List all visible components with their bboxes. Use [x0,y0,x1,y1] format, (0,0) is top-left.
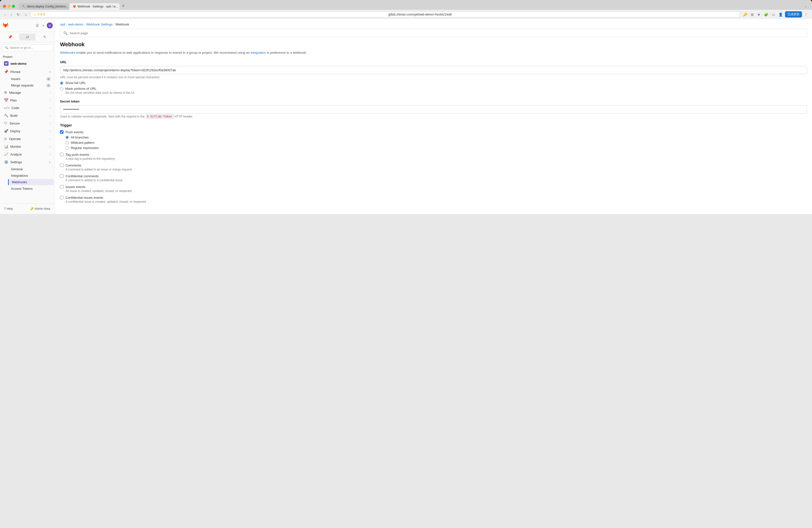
breadcrumb-webhook-settings[interactable]: Webhook Settings [86,23,113,26]
tag-push-events-label[interactable]: Tag push events [66,153,89,157]
sidebar-item-merge-requests[interactable]: Merge requests 0 [8,82,54,88]
wildcard-pattern-label[interactable]: Wildcard pattern [71,141,95,145]
confidential-comments-item: Confidential comments A comment is added… [60,174,807,182]
main-content: opit / web-demo / Webhook Settings / Web… [55,19,812,214]
tab-webhook[interactable]: 🦊 Webhook · Settings · opit / w... ✕ [70,3,119,10]
new-tab-button[interactable]: + [120,2,127,10]
sidebar-btn[interactable]: ▭ [770,12,776,17]
sidebar-item-webhooks[interactable]: Webhooks [8,179,54,185]
minimize-window-btn[interactable] [8,5,11,8]
confidential-issues-label[interactable]: Confidential issues events [66,196,103,200]
regular-expression-label[interactable]: Regular expression [71,146,99,150]
all-branches-label[interactable]: All branches [71,135,89,139]
breadcrumb-sep2: / [84,23,85,26]
sidebar-item-access-tokens[interactable]: Access Tokens [8,186,54,192]
help-button[interactable]: ? Help [2,205,27,212]
home-button[interactable]: ⌂ [23,12,28,17]
plan-icon: 📅 [4,98,8,102]
mask-portions-radio[interactable] [60,87,63,90]
gitlab-logo [2,21,9,29]
extensions-btn[interactable]: 🧩 [763,12,769,17]
show-full-label[interactable]: Show full URL [65,81,86,85]
comments-checkbox[interactable] [60,163,63,167]
issues-events-checkbox[interactable] [60,185,63,189]
sidebar-item-integrations[interactable]: Integrations [8,173,54,179]
url-input[interactable] [60,66,807,74]
push-events-checkbox[interactable] [60,130,63,134]
reload-button[interactable]: ↻ [15,12,21,17]
confidential-comments-checkbox[interactable] [60,174,63,178]
tag-push-events-checkbox[interactable] [60,153,63,156]
sidebar-item-secure[interactable]: 🛡 Secure › [1,119,54,127]
regular-expression-radio[interactable] [66,146,69,149]
integration-link[interactable]: integration [251,51,266,55]
tab-expand-button[interactable]: ⌄ [802,3,809,9]
sidebar-footer: ? Help 🔑 Admin Area [0,203,55,214]
translate-btn[interactable]: ⊞ [750,12,755,17]
sidebar-item-project[interactable]: W web-demo [1,59,54,68]
sidebar-item-build[interactable]: 🔨 Build › [1,112,54,119]
admin-area-button[interactable]: 🔑 Admin Area [28,205,53,212]
sidebar-item-manage[interactable]: ⚙ Manage › [1,89,54,96]
code-icon: </> [4,106,10,110]
sidebar-search[interactable]: 🔍 Search or go to... [2,44,53,51]
sidebar-item-general[interactable]: General [8,166,54,172]
user-avatar[interactable]: U [47,23,53,29]
sidebar-menu-btn[interactable]: ☰ [34,23,40,29]
search-page-bar[interactable]: 🔍 [60,29,807,37]
breadcrumb-web-demo[interactable]: web-demo [68,23,84,26]
sidebar-item-plan[interactable]: 📅 Plan › [1,97,54,104]
back-button[interactable]: ‹ [3,12,7,17]
webhooks-link[interactable]: Webhooks [60,51,75,55]
sidebar-item-monitor[interactable]: 📊 Monitor › [1,143,54,150]
search-page-input[interactable] [70,31,804,35]
tab-jenkins[interactable]: 🔧 demo-deploy Config [Jenkins... ✕ [19,3,69,10]
sidebar-item-settings[interactable]: ⚙️ Settings ∨ [1,158,54,166]
mask-portions-label[interactable]: Mask portions of URL [65,87,97,90]
forward-button[interactable]: › [9,12,14,17]
bookmark-btn[interactable]: ★ [756,12,762,17]
sidebar-item-pinned[interactable]: 📌 Pinned ∨ [1,68,54,75]
menu-btn[interactable]: ⋮ [803,12,809,17]
profile-btn[interactable]: 👤 [777,12,784,17]
push-events-label[interactable]: Push events [66,130,84,134]
all-branches-radio[interactable] [66,136,69,139]
sidebar-tabs: 📌 ⇄ ✎ [0,32,55,42]
breadcrumb-opit[interactable]: opit [60,23,65,26]
wildcard-pattern-radio[interactable] [66,141,69,144]
sidebar-tab-sticky[interactable]: 📌 [2,33,18,41]
radio-mask-group: Mask portions of URL Do not show sensiti… [60,87,807,94]
comments-hint: A comment is added to an issue or merge … [66,168,807,171]
sidebar-item-code[interactable]: </> Code › [1,104,54,112]
browser-titlebar: 🔧 demo-deploy Config [Jenkins... ✕ 🦊 Web… [0,0,812,10]
sidebar-item-issues[interactable]: Issues 0 [8,76,54,82]
help-label: Help [7,207,13,210]
page-description: Webhooks enable you to send notification… [60,50,807,55]
address-bar[interactable]: ⚠ 不安全 gitlab.zhinian.com/opit/web-demo/-… [30,11,740,17]
issues-events-label[interactable]: Issues events [66,185,86,189]
tab-jenkins-icon: 🔧 [22,5,26,8]
maximize-window-btn[interactable] [12,5,15,8]
build-icon: 🔨 [4,114,8,117]
password-btn[interactable]: 🔑 [742,12,749,17]
code-label: Code [12,106,48,110]
issues-label: Issues [11,77,44,81]
confidential-comments-label[interactable]: Confidential comments [66,174,99,178]
secret-token-input[interactable] [60,105,807,114]
sidebar-tab-merge[interactable]: ⇄ [19,33,35,41]
mask-portions-hint: Do not show sensitive data such as token… [66,91,807,94]
sidebar-item-operate[interactable]: ⊙ Operate › [1,135,54,143]
sidebar-item-deploy[interactable]: 🚀 Deploy › [1,127,54,135]
hint-text-suffix: HTTP header. [174,115,193,118]
sidebar-item-analyze[interactable]: 📈 Analyze › [1,150,54,158]
comments-label[interactable]: Comments [66,163,81,167]
update-btn[interactable]: 完成更新 [785,11,802,17]
sidebar-tab-edit[interactable]: ✎ [37,33,53,41]
trigger-section: Trigger Push events All branch [60,123,807,204]
url-options: Show full URL Mask portions of URL Do no… [60,81,807,94]
tag-push-events-row: Tag push events [60,153,807,157]
confidential-issues-checkbox[interactable] [60,196,63,199]
show-full-radio[interactable] [60,82,63,85]
sidebar-new-btn[interactable]: + [41,23,46,29]
close-window-btn[interactable] [3,5,6,8]
